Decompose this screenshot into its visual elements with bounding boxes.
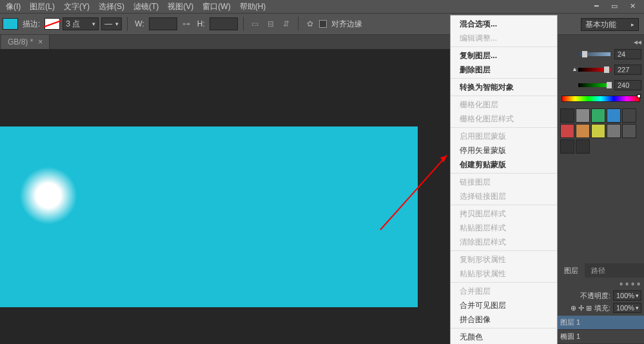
slider-value[interactable]: 24 — [614, 49, 641, 59]
swatch[interactable] — [560, 108, 574, 123]
menu-separator — [451, 46, 557, 47]
context-menu-item: 复制形状属性 — [451, 252, 557, 267]
opacity-label: 不透明度: — [580, 291, 610, 301]
swatch[interactable] — [560, 124, 574, 138]
context-menu-item: 选择链接图层 — [451, 189, 557, 203]
menu-text[interactable]: 文字(Y) — [59, 1, 94, 12]
menu-separator — [451, 328, 557, 329]
context-menu-item[interactable]: 复制图层... — [451, 48, 557, 63]
height-input[interactable] — [210, 17, 238, 30]
swatches-panel — [558, 106, 644, 157]
menu-view[interactable]: 视图(V) — [163, 1, 198, 12]
align-edges-label: 对齐边缘 — [331, 19, 362, 30]
menu-window[interactable]: 窗口(W) — [198, 1, 235, 12]
divider — [243, 17, 244, 31]
panel-tabstrip-icon[interactable]: ◂◂ — [634, 37, 641, 46]
swatch[interactable] — [576, 108, 590, 123]
right-panels: ◂◂ 24 ▲ 227 240 — [558, 35, 644, 344]
slider-track[interactable] — [578, 83, 610, 87]
swatch[interactable] — [622, 108, 636, 123]
swatch[interactable] — [576, 124, 590, 138]
context-menu-item: 栅格化图层 — [451, 97, 557, 112]
menu-select[interactable]: 选择(S) — [94, 1, 129, 12]
context-menu-item: 清除图层样式 — [451, 235, 557, 249]
stroke-label: 描边: — [23, 19, 40, 30]
tab-layers[interactable]: 图层 — [558, 263, 585, 278]
canvas[interactable] — [0, 126, 418, 307]
menu-layer[interactable]: 图层(L) — [25, 1, 59, 12]
swatch[interactable] — [622, 124, 636, 138]
context-menu-item[interactable]: 停用矢量蒙版 — [451, 143, 557, 157]
fill-color-swatch[interactable] — [3, 18, 18, 30]
menu-separator — [451, 205, 557, 205]
context-menu-item[interactable]: 合并可见图层 — [451, 298, 557, 312]
menu-separator — [451, 96, 557, 96]
color-slider-row: 24 — [558, 48, 644, 61]
menu-help[interactable]: 帮助(H) — [235, 1, 271, 12]
minimize-button[interactable]: ━ — [589, 2, 604, 10]
swatch[interactable] — [591, 124, 605, 138]
stroke-width-dropdown[interactable]: 3 点▾ — [63, 17, 99, 30]
context-menu-item[interactable]: 拼合图像 — [451, 312, 557, 327]
slider-value[interactable]: 240 — [614, 80, 641, 90]
swatch[interactable] — [560, 139, 574, 154]
width-label: W: — [135, 19, 144, 28]
context-menu-item[interactable]: 转换为智能对象 — [451, 80, 557, 94]
context-menu-item: 栅格化图层样式 — [451, 112, 557, 126]
arrange-icon[interactable]: ⇵ — [280, 17, 293, 30]
context-menu-item: 合并图层 — [451, 284, 557, 298]
swatch[interactable] — [607, 124, 621, 138]
path-ops-icon[interactable]: ▭ — [249, 17, 262, 30]
context-menu-item[interactable]: 无颜色 — [451, 330, 557, 344]
document-tab[interactable]: GB/8) * × — [1, 35, 50, 49]
window-controls: ━ ▭ ✕ — [589, 0, 644, 12]
context-menu-item: 启用图层蒙版 — [451, 129, 557, 143]
divider — [127, 17, 128, 31]
context-menu-item: 编辑调整... — [451, 31, 557, 45]
width-input[interactable] — [149, 17, 177, 30]
layer-row[interactable]: 椭圆 1 — [558, 330, 644, 344]
tab-paths[interactable]: 路径 — [585, 263, 612, 278]
close-button[interactable]: ✕ — [625, 2, 640, 10]
layers-panel: 图层 路径 ⚬⚬⚬⚬ 不透明度: 100%▾ ⊕ ✢ ⊞ 填充: 100%▾ 图… — [558, 263, 644, 344]
fill-label: 填充: — [594, 303, 610, 313]
menubar: 像(I) 图层(L) 文字(Y) 选择(S) 滤镜(T) 视图(V) 窗口(W)… — [0, 0, 644, 13]
gear-icon[interactable]: ✿ — [304, 17, 317, 30]
align-icon[interactable]: ⊟ — [264, 17, 277, 30]
menu-separator — [451, 282, 557, 283]
workspace-dropdown[interactable]: 基本功能▸ — [581, 18, 639, 31]
context-menu-item[interactable]: 删除图层 — [451, 63, 557, 77]
slider-track[interactable]: ▲ — [578, 68, 610, 72]
menu-separator — [451, 173, 557, 174]
layer-row[interactable]: 图层 1 — [558, 316, 644, 330]
divider — [298, 17, 298, 31]
swatch[interactable] — [591, 108, 605, 123]
context-menu-item: 拷贝图层样式 — [451, 207, 557, 221]
menu-separator — [451, 250, 557, 251]
menu-image[interactable]: 像(I) — [1, 1, 25, 12]
layer-context-menu: 混合选项...编辑调整...复制图层...删除图层转换为智能对象栅格化图层栅格化… — [450, 15, 558, 344]
menu-separator — [451, 127, 557, 128]
color-slider-row: 240 — [558, 79, 644, 92]
slider-track[interactable] — [578, 52, 610, 56]
maximize-button[interactable]: ▭ — [607, 2, 622, 10]
menu-filter[interactable]: 滤镜(T) — [129, 1, 163, 12]
swatch[interactable] — [576, 139, 590, 154]
tab-close-icon[interactable]: × — [38, 37, 43, 46]
svg-marker-1 — [440, 156, 447, 163]
opacity-value[interactable]: 100%▾ — [613, 290, 641, 301]
stroke-color-swatch[interactable] — [44, 18, 60, 30]
fill-value[interactable]: 100%▾ — [613, 303, 641, 313]
context-menu-item[interactable]: 创建剪贴蒙版 — [451, 157, 557, 172]
slider-value[interactable]: 227 — [614, 65, 641, 75]
color-spectrum[interactable] — [561, 96, 640, 102]
swatch[interactable] — [607, 108, 621, 123]
menu-separator — [451, 78, 557, 79]
align-edges-checkbox[interactable] — [319, 20, 327, 28]
link-wh-icon[interactable]: ⊶ — [180, 17, 193, 30]
context-menu-item: 粘贴形状属性 — [451, 267, 557, 281]
color-slider-row: ▲ 227 — [558, 63, 644, 76]
stroke-style-dropdown[interactable]: —▾ — [101, 17, 122, 30]
context-menu-item: 粘贴图层样式 — [451, 221, 557, 235]
context-menu-item[interactable]: 混合选项... — [451, 17, 557, 31]
